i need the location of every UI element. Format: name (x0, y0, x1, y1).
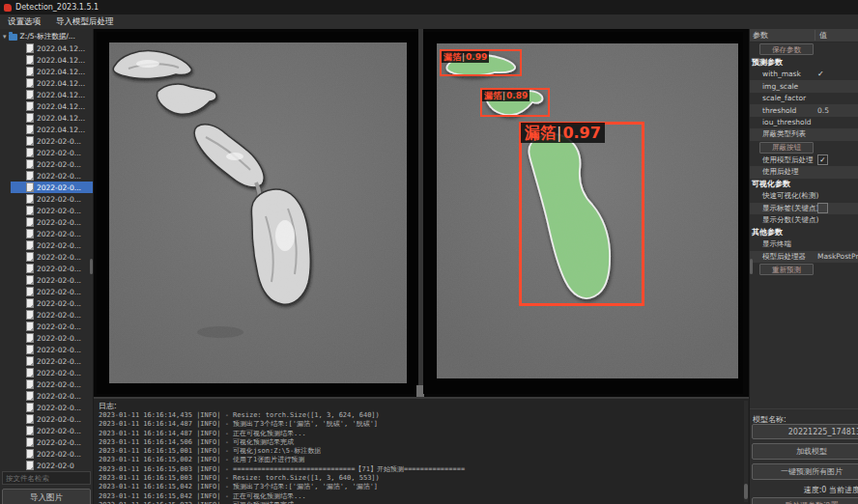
tree-item-label: 2022-02-0... (37, 357, 81, 366)
tree-item[interactable]: 2022-02-0... (11, 448, 94, 460)
checkbox-checked-icon[interactable]: ✓ (817, 154, 828, 165)
tree-item-label: 2022-02-0... (37, 427, 81, 435)
tree-item-label: 2022-02-0... (37, 322, 81, 331)
tree-item[interactable]: 2022-02-0... (11, 344, 94, 355)
param-row[interactable]: 显示标签(关键点) (750, 203, 858, 215)
tree-item[interactable]: 2022-02-0... (11, 355, 94, 367)
param-row[interactable]: 快速可视化(检测) (750, 190, 858, 203)
tree-item[interactable]: 2022-02-0... (11, 402, 94, 413)
file-icon (26, 171, 34, 181)
tree-item[interactable]: 2022-02-0... (11, 251, 94, 263)
save-params-button[interactable]: 保存参数 (759, 43, 814, 55)
prediction-image[interactable]: 漏箔|0.99漏箔|0.89漏箔|0.97 (437, 43, 738, 378)
menu-item[interactable]: 设置选项 (0, 14, 48, 29)
tree-item[interactable]: 2022-02-0... (11, 228, 94, 239)
postprocess-settings-button[interactable]: 后处理参数设置 (752, 497, 858, 504)
tree-item[interactable]: 2022-02-0... (11, 147, 94, 158)
tree-item[interactable]: 2022-02-0... (11, 205, 94, 216)
detection-score: 0.97 (562, 124, 600, 142)
right-image-panel: 漏箔|0.99漏箔|0.89漏箔|0.97 (423, 32, 743, 394)
param-row[interactable]: 显示终端 (750, 238, 858, 251)
tree-item[interactable]: 2022.04.12... (11, 77, 94, 89)
tree-item[interactable]: 2022-02-0... (11, 309, 94, 321)
tree-item-label: 2022.04.12... (37, 91, 85, 99)
tree-item[interactable]: 2022-02-0... (11, 332, 94, 344)
tree-item-label: 2022-02-0... (37, 218, 81, 227)
file-icon (26, 67, 34, 76)
scrollbar-handle[interactable] (750, 259, 753, 274)
tree-item[interactable]: 2022.04.12... (11, 124, 94, 135)
tree-item[interactable]: 2022-02-0... (11, 135, 94, 147)
param-row[interactable]: 使用后处理 (750, 166, 858, 179)
param-row[interactable]: iou_threshold (750, 117, 858, 129)
param-row[interactable]: 显示分数(关键点) (750, 214, 858, 227)
tree-item[interactable]: 2022-02-0... (11, 321, 94, 332)
load-model-button[interactable]: 加载模型 (752, 443, 858, 460)
log-lines[interactable]: 2023-01-11 16:16:14,435 |INFO| - Resize:… (99, 411, 465, 504)
params-scrollbar[interactable] (750, 29, 753, 406)
menu-item[interactable]: 导入模型后处理 (48, 14, 122, 29)
predict-all-button[interactable]: 一键预测所有图片 (752, 463, 858, 480)
tree-item[interactable]: 2022-02-0... (11, 182, 94, 193)
tree-item[interactable]: 2022.04.12... (11, 112, 94, 124)
param-section-label: 可视化参数 (750, 179, 858, 191)
tree-item[interactable]: 2022-02-0... (11, 413, 94, 425)
param-row[interactable]: img_scale (750, 80, 858, 93)
tree-item[interactable]: 2022-02-0 (11, 460, 94, 471)
tree-item[interactable]: 2022-02-0... (11, 170, 94, 182)
tree-item[interactable]: 2022.04.12... (11, 54, 94, 66)
tree-item[interactable]: 2022-02-0... (11, 286, 94, 297)
tree-item[interactable]: 2022-02-0... (11, 367, 94, 378)
re-predict-button[interactable]: 重新预测 (759, 264, 814, 275)
file-icon (26, 194, 34, 204)
detection-score: 0.99 (466, 52, 487, 62)
app-window: Detection_2023.1.5.1 设置选项导入模型后处理 ▾ Z:/5-… (0, 0, 858, 504)
tree-item[interactable]: 2022-02-0... (11, 436, 94, 448)
tree-item[interactable]: 2022-02-0... (11, 297, 94, 309)
tree-item[interactable]: 2022.04.12... (11, 100, 94, 112)
log-scrollbar[interactable] (744, 401, 748, 502)
tree-item[interactable]: 2022-02-0... (11, 193, 94, 205)
tree-item-label: 2022.04.12... (37, 126, 85, 134)
param-row[interactable]: 模型后处理器MaskPostPro (750, 251, 858, 264)
model-name-button[interactable]: 20221225_174813 (752, 424, 858, 439)
tree-item[interactable]: 2022-02-0... (11, 239, 94, 251)
expand-arrow-icon[interactable]: ▾ (3, 33, 7, 41)
param-row[interactable]: threshold0.5 (750, 104, 858, 117)
tree-item[interactable]: 2022.04.12... (11, 66, 94, 77)
param-row[interactable]: scale_factor (750, 93, 858, 105)
file-icon (26, 275, 34, 285)
detection-class: 漏箔 (443, 52, 461, 62)
param-row[interactable]: 屏蔽类型列表 (750, 128, 858, 141)
detections-overlay: 漏箔|0.99漏箔|0.89漏箔|0.97 (437, 43, 738, 378)
file-icon (26, 43, 34, 53)
mask-types-button[interactable]: 屏蔽按钮 (759, 142, 814, 154)
tree-item[interactable]: 2022-02-0... (11, 216, 94, 228)
param-row[interactable]: 使用模型后处理✓ (750, 154, 858, 167)
original-image[interactable] (109, 42, 407, 383)
tree-item[interactable]: 2022-02-0... (11, 274, 94, 286)
sidebar-scrollbar[interactable] (90, 29, 93, 468)
param-row[interactable]: with_mask✓ (750, 69, 858, 81)
tree-item[interactable]: 2022-02-0... (11, 263, 94, 274)
tree-item[interactable]: 2022.04.12... (11, 89, 94, 100)
tree-item[interactable]: 2022-02-0... (11, 425, 94, 436)
checkbox-empty-icon[interactable] (817, 203, 828, 213)
param-label: 模型后处理器 (750, 252, 806, 262)
param-label: 屏蔽类型列表 (750, 129, 806, 139)
param-label: 显示分数(关键点) (750, 215, 818, 225)
scrollbar-handle[interactable] (90, 259, 93, 274)
tree-item[interactable]: 2022-02-0... (11, 158, 94, 170)
tree-item-label: 2022.04.12... (37, 44, 85, 53)
tree-item[interactable]: 2022-02-0... (11, 378, 94, 390)
tree-root-folder[interactable]: ▾ Z:/5-标注数据/... (0, 31, 75, 42)
tree-item-label: 2022-02-0... (37, 207, 81, 215)
original-defects-graphic (109, 42, 407, 383)
tree-item[interactable]: 2022-02-0... (11, 390, 94, 402)
scrollbar-handle[interactable] (744, 484, 748, 499)
import-images-button[interactable]: 导入图片 (2, 489, 91, 504)
tree-item[interactable]: 2022.04.12... (11, 42, 94, 54)
filename-search-input[interactable] (2, 471, 91, 485)
detection-score: 0.89 (506, 91, 528, 100)
param-label: 快速可视化(检测) (750, 191, 818, 201)
